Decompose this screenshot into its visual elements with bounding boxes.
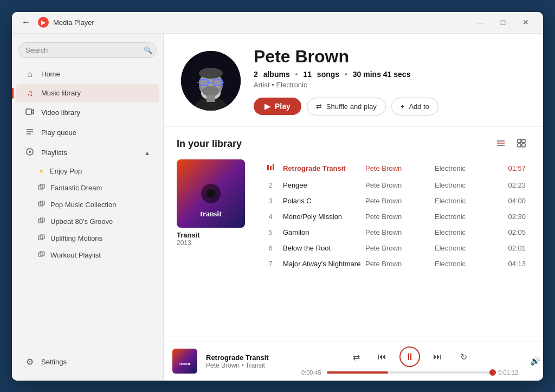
svg-rect-10 <box>38 219 43 223</box>
repeat-button[interactable]: ↻ <box>455 348 472 365</box>
sidebar-item-enjoy-pop[interactable]: ✦ Enjoy Pop <box>16 163 159 179</box>
previous-button[interactable]: ⏮ <box>373 348 391 365</box>
search-input[interactable] <box>18 42 157 58</box>
song-row[interactable]: 7 Major Atway's Nightmare Pete Brown Ele… <box>258 256 530 272</box>
song-row[interactable]: 3 Polaris C Pete Brown Electronic 04:00 <box>258 193 530 209</box>
artist-avatar <box>181 51 241 111</box>
volume-button[interactable]: 🔊 <box>527 353 543 369</box>
sidebar-item-video-library[interactable]: Video library <box>16 103 159 123</box>
settings-icon: ⚙ <box>25 357 35 367</box>
album-card-transit[interactable]: transit Transit 2013 <box>177 159 245 247</box>
sidebar-item-play-queue[interactable]: Play queue <box>16 123 159 143</box>
songs-count: 11 songs <box>303 70 341 79</box>
artist-type: Artist • Electronic <box>254 81 526 89</box>
search-icon: 🔍 <box>144 46 152 54</box>
total-time: 0:01:12 <box>498 369 518 376</box>
song-row[interactable]: Retrograde Transit Pete Brown Electronic… <box>258 159 530 177</box>
song-artist: Pete Brown <box>365 197 430 205</box>
svg-point-41 <box>206 189 215 198</box>
sidebar-item-pop-music-collection[interactable]: Pop Music Collection <box>16 197 159 213</box>
svg-point-22 <box>202 86 220 97</box>
song-duration: 02:01 <box>493 244 526 252</box>
minimize-button[interactable]: — <box>469 14 491 30</box>
next-button[interactable]: ⏭ <box>429 348 446 365</box>
song-genre: Electronic <box>435 164 489 172</box>
maximize-button[interactable]: □ <box>492 14 514 30</box>
sidebar-item-music-library[interactable]: ♫ Music library <box>16 84 159 102</box>
meta-dot-1: • <box>295 70 298 79</box>
song-row[interactable]: 2 Perigee Pete Brown Electronic 02:23 <box>258 177 530 193</box>
svg-rect-11 <box>40 218 44 222</box>
song-number: 3 <box>262 197 279 205</box>
song-number: 6 <box>262 244 279 252</box>
song-row[interactable]: 4 Mono/Poly Mission Pete Brown Electroni… <box>258 209 530 224</box>
now-playing-right-controls: 🔊 ⛶ <box>527 353 543 369</box>
queue-icon <box>25 127 35 138</box>
svg-rect-0 <box>26 109 31 114</box>
repeat-icon: ↻ <box>460 352 467 362</box>
song-genre: Electronic <box>435 228 489 236</box>
progress-row: 0:00:45 0:01:12 <box>301 369 518 376</box>
shuffle-playback-button[interactable]: ⇄ <box>347 348 365 365</box>
search-box: 🔍 <box>18 42 157 58</box>
song-row[interactable]: 5 Gamilon Pete Brown Electronic 02:05 <box>258 224 530 240</box>
add-to-button[interactable]: + Add to <box>391 98 438 115</box>
sidebar-bottom: ⚙ Settings <box>12 348 163 376</box>
shuffle-button[interactable]: ⇄ Shuffle and play <box>307 98 386 115</box>
titlebar: ← ▶ Media Player — □ ✕ <box>12 12 543 34</box>
pause-icon: ⏸ <box>405 351 415 363</box>
search-icon-button[interactable]: 🔍 <box>144 46 152 54</box>
play-pause-button[interactable]: ⏸ <box>399 346 420 367</box>
song-genre: Electronic <box>435 197 489 205</box>
playlist-label: Upbeat 80's Groove <box>50 217 113 226</box>
song-duration: 04:13 <box>493 260 526 268</box>
progress-thumb <box>489 369 496 376</box>
song-genre: Electronic <box>435 213 489 221</box>
settings-label: Settings <box>41 358 67 366</box>
svg-rect-8 <box>38 202 43 206</box>
svg-rect-6 <box>38 185 43 189</box>
library-title: In your library <box>177 138 242 150</box>
song-name: Gamilon <box>283 228 361 236</box>
now-playing-thumbnail: transit <box>172 349 197 374</box>
svg-rect-26 <box>199 80 208 86</box>
progress-bar[interactable] <box>327 371 493 374</box>
now-playing-info: Retrograde Transit Pete Brown • Transit <box>206 354 293 369</box>
sidebar-item-label: Home <box>41 70 60 78</box>
settings-item[interactable]: ⚙ Settings <box>16 352 159 371</box>
sidebar-item-uplifting-motions[interactable]: Uplifting Motions <box>16 230 159 247</box>
sidebar-nav: ⌂ Home ♫ Music library Video library <box>12 65 163 264</box>
sidebar-item-home[interactable]: ⌂ Home <box>16 65 159 83</box>
play-button[interactable]: ▶ Play <box>254 98 301 115</box>
music-icon: ♫ <box>25 88 35 98</box>
svg-rect-13 <box>40 235 44 239</box>
video-icon <box>25 107 35 118</box>
svg-point-30 <box>199 68 223 79</box>
list-view-button[interactable] <box>492 136 509 153</box>
song-row[interactable]: 6 Below the Root Pete Brown Electronic 0… <box>258 240 530 256</box>
artist-info: Pete Brown 2 albums • 11 songs • 30 mins… <box>254 47 526 115</box>
library-header: In your library <box>177 127 530 159</box>
artist-name: Pete Brown <box>254 47 526 67</box>
playlist-label: Pop Music Collection <box>50 201 116 209</box>
app-window: ← ▶ Media Player — □ ✕ 🔍 ⌂ Home <box>12 12 543 381</box>
now-playing-bar: transit Retrograde Transit Pete Brown • … <box>164 342 543 381</box>
svg-rect-15 <box>40 252 44 255</box>
sidebar-item-workout-playlist[interactable]: Workout Playlist <box>16 247 159 264</box>
sidebar-item-upbeat-80s[interactable]: Upbeat 80's Groove <box>16 214 159 230</box>
song-number: 4 <box>262 213 279 221</box>
back-button[interactable]: ← <box>18 15 34 30</box>
artist-actions: ▶ Play ⇄ Shuffle and play + Add to <box>254 98 526 115</box>
svg-point-5 <box>29 151 31 153</box>
grid-view-button[interactable] <box>513 136 530 153</box>
playlists-header[interactable]: Playlists ▲ <box>16 143 159 163</box>
view-controls <box>492 136 530 153</box>
close-button[interactable]: ✕ <box>515 14 537 30</box>
artist-header: Pete Brown 2 albums • 11 songs • 30 mins… <box>164 34 543 127</box>
sidebar-item-fantastic-dream[interactable]: Fantastic Dream <box>16 180 159 196</box>
svg-rect-38 <box>522 144 525 147</box>
svg-rect-12 <box>38 236 43 240</box>
main-content: Pete Brown 2 albums • 11 songs • 30 mins… <box>164 34 543 381</box>
album-name: Transit <box>177 231 245 239</box>
song-duration: 01:57 <box>493 164 526 172</box>
